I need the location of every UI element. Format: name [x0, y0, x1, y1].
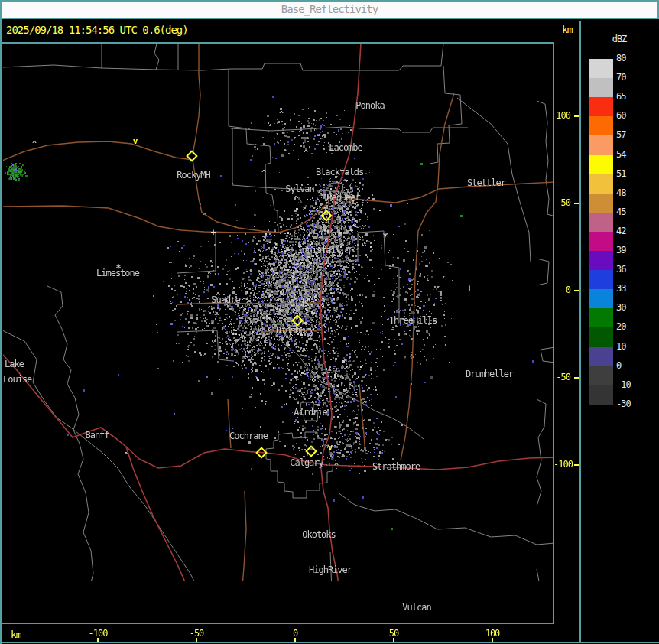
x-axis-tick-label: 100: [476, 628, 509, 639]
radar-application-window: Base_Reflectivity 2025/09/18 11:54:56 UT…: [0, 0, 659, 644]
city-label-threehills: ThreeHills: [389, 315, 437, 326]
map-path: [47, 286, 94, 625]
colorbar-swatch: [589, 59, 613, 79]
city-label-calgary: Calgary: [290, 457, 323, 468]
city-label-reddeer: RedDeer: [326, 192, 360, 203]
basemap-layer: [2, 44, 557, 644]
map-path: [241, 491, 246, 625]
town-caret-marker: ^: [32, 140, 37, 148]
x-axis-unit-label: km: [11, 629, 21, 640]
frame-bottom-line: [0, 642, 659, 643]
colorbar-swatch: [589, 327, 613, 347]
colorbar-swatch: [589, 116, 613, 136]
town-caret-marker: ^: [124, 451, 128, 460]
city-label-strathmore: Strathmore: [372, 461, 420, 472]
map-path: [2, 44, 443, 70]
city-label-drumheller: Drumheller: [466, 369, 513, 379]
map-path: [330, 231, 399, 323]
colorbar-tick-label: 60: [616, 110, 653, 121]
colorbar-swatch: [589, 347, 613, 367]
y-axis-tick-mark: [574, 377, 579, 379]
colorbar-tick-label: 57: [616, 129, 653, 140]
city-label-olds: Olds: [290, 298, 309, 308]
map-path: [2, 354, 555, 470]
x-axis-tick-label: -100: [81, 628, 115, 639]
town-caret-marker: ^: [261, 169, 266, 177]
town-caret-marker: ^: [279, 110, 284, 119]
colorbar-tick-label: 70: [616, 72, 653, 83]
map-path: [261, 330, 321, 332]
colorbar-tick-label: 0: [616, 360, 653, 371]
colorbar-tick-label: 51: [616, 168, 653, 179]
y-axis-tick-mark: [574, 290, 579, 291]
colorbar-swatch: [589, 97, 613, 117]
city-label-cochrane: Cochrane: [229, 431, 268, 441]
map-path: [126, 447, 199, 625]
map-path: [274, 330, 424, 439]
colorbar-unit-label: dBZ: [601, 34, 638, 44]
map-path: [340, 598, 445, 625]
x-axis-tick-mark: [492, 638, 493, 642]
colorbar-tick-label: 65: [616, 91, 653, 102]
colorbar-swatch: [589, 385, 613, 405]
frame-divider-line: [579, 21, 581, 643]
colorbar-tick-label: 36: [616, 264, 653, 275]
map-path: [359, 384, 365, 454]
map-path: [320, 44, 361, 625]
colorbar-swatch: [589, 213, 613, 233]
city-label-blackfalds: Blackfalds: [316, 167, 363, 177]
map-path: [232, 185, 347, 193]
city-label-sylvan: Sylvan: [285, 184, 313, 194]
map-path: [338, 493, 555, 545]
radar-site-marker: [320, 210, 333, 222]
map-path: [229, 69, 278, 233]
town-caret-marker: ^: [304, 149, 308, 158]
map-path: [537, 399, 546, 506]
y-axis-tick-mark: [574, 115, 579, 117]
title-bar: Base_Reflectivity: [0, 0, 659, 19]
colorbar-tick-label: -10: [616, 379, 653, 390]
plus-marker: +: [210, 227, 216, 238]
check-marker: v: [328, 442, 333, 452]
y-axis-tick-label: -100: [553, 459, 570, 470]
city-label-airdrie: Airdrie: [294, 407, 327, 418]
town-caret-marker: ^: [334, 462, 339, 470]
colorbar-tick-label: -30: [616, 398, 653, 409]
y-axis-tick-label: 50: [553, 197, 570, 208]
map-path: [342, 182, 555, 203]
radar-display[interactable]: PonokaLacombeBlackfaldsSylvanRedDeerRock…: [0, 42, 554, 624]
city-label-vulcan: Vulcan: [402, 602, 430, 613]
radar-site-marker: [291, 314, 304, 327]
plus-marker: +: [466, 283, 472, 294]
city-label-stettler: Stettler: [467, 177, 505, 188]
radar-site-marker: [186, 150, 198, 162]
map-path: [154, 44, 159, 70]
x-axis-tick-mark: [393, 638, 394, 642]
city-label-louise: Louise: [3, 374, 31, 385]
asterisk-marker: *: [115, 262, 122, 274]
colorbar-tick-label: 20: [616, 321, 653, 332]
map-path: [300, 402, 318, 421]
city-label-okotoks: Okotoks: [302, 529, 336, 540]
colorbar-swatch: [589, 78, 613, 98]
colorbar-tick-label: 39: [616, 245, 653, 255]
town-caret-marker: ^: [305, 265, 310, 273]
city-label-innisfail: Innisfail: [297, 245, 340, 255]
colorbar-swatch: [589, 270, 613, 290]
map-path: [502, 592, 504, 625]
y-axis-tick-mark: [574, 464, 579, 466]
map-path: [193, 160, 278, 233]
map-path: [537, 569, 554, 623]
map-path: [537, 101, 555, 216]
asterisk-marker: *: [382, 230, 388, 242]
colorbar-swatch: [589, 155, 613, 175]
map-path: [177, 330, 232, 361]
map-path: [228, 399, 231, 448]
y-axis-tick-label: -50: [553, 372, 570, 382]
map-path: [537, 259, 549, 285]
map-path: [2, 206, 278, 233]
page-title: Base_Reflectivity: [281, 3, 378, 15]
colorbar-swatch: [589, 251, 613, 271]
city-label-banff: Banff: [85, 430, 109, 441]
colorbar-swatch: [589, 366, 613, 386]
